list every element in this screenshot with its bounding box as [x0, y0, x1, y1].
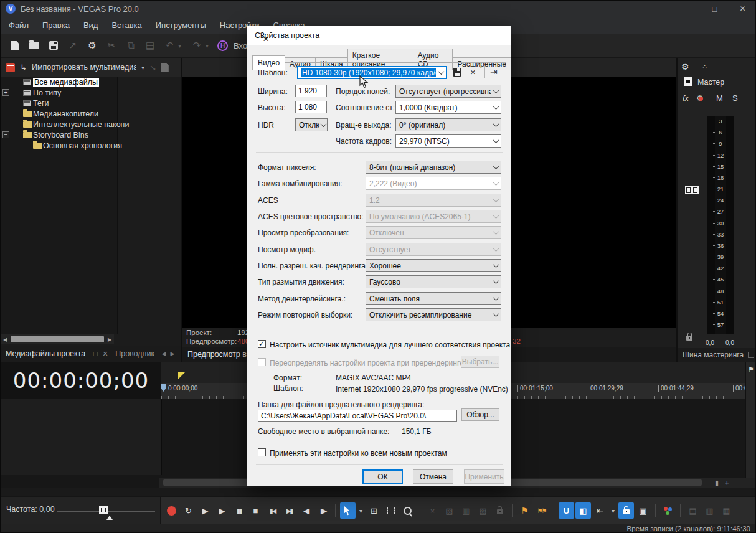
match-media-settings-icon[interactable]: ⇥: [490, 67, 498, 77]
mixer-dock-icon[interactable]: [748, 352, 754, 358]
go-to-start-button[interactable]: ▮◀: [265, 502, 280, 519]
choose-button[interactable]: Выбрать...: [461, 356, 499, 368]
fade-in-button[interactable]: ▧: [442, 502, 457, 519]
ok-button[interactable]: ОК: [362, 469, 403, 484]
delete-template-icon[interactable]: ×: [470, 67, 476, 77]
zoom-slider-icon[interactable]: ▮: [712, 478, 722, 487]
cancel-button[interactable]: Отмена: [413, 469, 453, 484]
master-gear-icon[interactable]: ⚙: [696, 93, 704, 103]
collapse-minus-icon[interactable]: −: [2, 131, 9, 138]
tab-explorer[interactable]: Проводник: [110, 346, 159, 361]
video-fx-button[interactable]: [660, 502, 676, 519]
previous-frame-button[interactable]: ◀▮: [298, 502, 314, 519]
mixer-grab-icon[interactable]: ∴: [702, 63, 707, 71]
height-input[interactable]: 1 080: [295, 101, 327, 113]
insert-marker-button[interactable]: ⚑: [517, 502, 532, 519]
vegas-hub-icon[interactable]: H: [217, 40, 228, 51]
hscroll-handle[interactable]: [11, 336, 104, 342]
enable-snapping-button[interactable]: U: [559, 502, 574, 519]
expand-plus-icon[interactable]: +: [2, 89, 9, 96]
save-template-icon[interactable]: [453, 68, 461, 77]
prerender-folder-input[interactable]: C:\Users\Жекан\AppData\Local\VEGAS Pro\2…: [258, 410, 457, 422]
marker-tool-flag-icon[interactable]: ⚑: [748, 366, 754, 374]
ignore-event-grouping-button[interactable]: ▣: [635, 502, 651, 519]
view-transform-combo[interactable]: Отключен: [366, 226, 501, 239]
solo-button[interactable]: S: [732, 93, 738, 103]
play-button[interactable]: ▶: [214, 502, 230, 519]
tree-item-all-media[interactable]: Все медиафайлы: [1, 77, 117, 87]
apply-all-checkbox[interactable]: [258, 448, 266, 456]
tree-item-main-timeline[interactable]: Основная хронология: [1, 140, 117, 151]
edit-tool-dropdown[interactable]: ▾: [357, 502, 365, 519]
record-button[interactable]: [164, 502, 179, 519]
template-chevron-icon[interactable]: [436, 70, 446, 75]
tree-item-tags[interactable]: Теги: [1, 98, 117, 108]
redo-button[interactable]: ↷: [190, 39, 204, 52]
lock-envelopes-button[interactable]: [618, 502, 634, 519]
mixer-properties-gear-icon[interactable]: ⚙: [681, 62, 689, 72]
look-modification-combo[interactable]: Отсутствует: [366, 243, 501, 256]
apply-button[interactable]: Применить: [464, 469, 504, 484]
next-frame-button[interactable]: ▮▶: [315, 502, 331, 519]
aces-color-space-combo[interactable]: По умолчанию (ACES2065-1): [366, 210, 501, 223]
save-project-button[interactable]: [47, 39, 60, 52]
scroll-left-icon[interactable]: ◀: [1, 335, 9, 344]
dock-window-icon[interactable]: [90, 350, 100, 357]
volume-fader-track[interactable]: [692, 119, 692, 328]
master-fx-button[interactable]: fx: [683, 93, 689, 103]
quantize-to-frames-button[interactable]: ◧: [575, 502, 591, 519]
tabs-prev-icon[interactable]: ◀: [159, 351, 168, 357]
zoom-edit-tool-button[interactable]: [400, 502, 415, 519]
delete-button[interactable]: ×: [425, 502, 440, 519]
media-bins-icon[interactable]: [6, 63, 15, 72]
play-from-start-button[interactable]: ▶: [197, 502, 213, 519]
import-dropdown-icon[interactable]: ▾: [141, 64, 144, 71]
tab-master-bus[interactable]: Шина мастеринга: [678, 351, 748, 359]
project-start-marker-icon[interactable]: [178, 372, 186, 379]
render-quality-combo[interactable]: Хорошее: [366, 259, 501, 272]
maximize-icon[interactable]: [701, 1, 729, 17]
media-pane-hscrollbar[interactable]: ◀ ▶: [1, 334, 114, 344]
field-order-combo[interactable]: Отсутствует (прогрессивная р: [395, 85, 501, 98]
dialog-close-icon[interactable]: ✕: [255, 31, 277, 47]
timecode-display[interactable]: 00:00:00;00: [1, 362, 162, 399]
new-project-button[interactable]: [8, 39, 22, 52]
mute-button[interactable]: M: [716, 93, 723, 103]
scroll-right-icon[interactable]: ▶: [105, 335, 114, 344]
envelope-edit-tool-button[interactable]: ⊞: [366, 502, 382, 519]
project-properties-button[interactable]: ⚙: [85, 39, 99, 52]
close-tab-icon[interactable]: [100, 350, 110, 358]
match-media-checkbox[interactable]: [258, 340, 266, 348]
capture-video-icon[interactable]: ↘: [149, 63, 156, 72]
go-to-end-button[interactable]: ▶▮: [281, 502, 297, 519]
undo-dropdown-icon[interactable]: ▾: [178, 42, 184, 49]
insert-region-button[interactable]: ⚑⚑: [534, 502, 549, 519]
minimize-icon[interactable]: [673, 1, 701, 17]
tree-item-storyboard-bins[interactable]: −Storyboard Bins: [1, 130, 117, 140]
motion-blur-type-combo[interactable]: Гауссово: [366, 275, 501, 288]
prerender-checkbox[interactable]: [258, 358, 266, 366]
pause-button[interactable]: ▮▮: [231, 502, 247, 519]
lock-event-button[interactable]: [492, 502, 508, 519]
tab-project-media[interactable]: Медиафайлы проекта: [1, 346, 90, 361]
aspect-combo[interactable]: 1,0000 (Квадрат): [395, 101, 501, 114]
extra-tool-3-button[interactable]: ▦: [719, 502, 734, 519]
playhead-caret-icon[interactable]: [161, 384, 166, 392]
import-media-button[interactable]: Импортировать мультимедиа...: [32, 63, 136, 72]
fade-mid-button[interactable]: ▥: [458, 502, 474, 519]
menu-item-view[interactable]: Вид: [77, 17, 105, 34]
paste-button[interactable]: ▤: [143, 39, 157, 52]
framerate-combo[interactable]: 29,970 (NTSC): [395, 134, 501, 148]
deinterlace-method-combo[interactable]: Смешать поля: [366, 292, 501, 305]
auto-ripple-dropdown[interactable]: ▾: [609, 502, 617, 519]
auto-ripple-button[interactable]: ⇤: [592, 502, 608, 519]
undo-button[interactable]: ↶: [163, 39, 176, 52]
extra-tool-1-button[interactable]: ▤: [685, 502, 701, 519]
cut-button[interactable]: ✂: [105, 39, 118, 52]
fader-lock-icon[interactable]: [686, 332, 692, 341]
extract-audio-icon[interactable]: [161, 63, 169, 72]
hdr-combo[interactable]: Отключ: [295, 118, 328, 131]
menu-item-file[interactable]: Файл: [2, 17, 35, 34]
copy-button[interactable]: ⧉: [124, 39, 138, 52]
compositing-gamma-combo[interactable]: 2,222 (Видео): [366, 177, 501, 190]
